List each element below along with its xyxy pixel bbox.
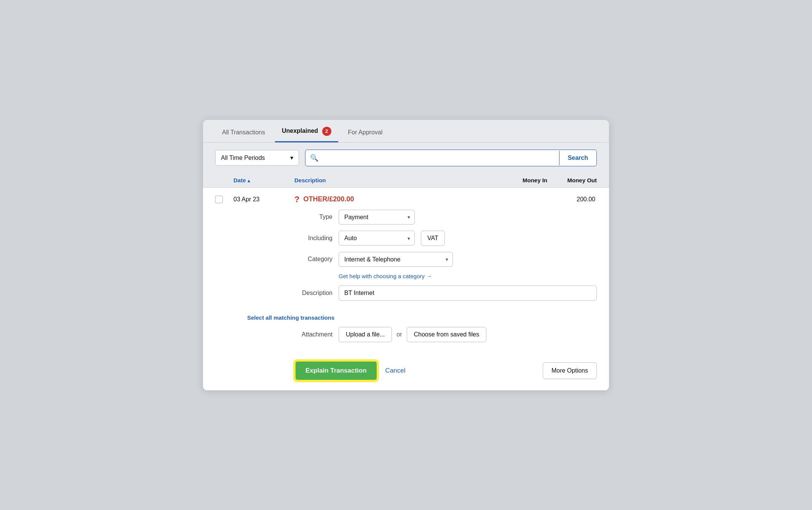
cancel-link[interactable]: Cancel (385, 367, 406, 375)
category-select[interactable]: Internet & Telephone (339, 252, 453, 267)
explain-transaction-button[interactable]: Explain Transaction (294, 360, 378, 381)
transaction-label: OTHER/£200.00 (303, 195, 354, 203)
tab-all-transactions[interactable]: All Transactions (215, 122, 272, 142)
transaction-top-row: 03 Apr 23 ? OTHER/£200.00 200.00 (203, 188, 609, 208)
auto-select-wrapper: Auto ▾ (339, 231, 415, 245)
chevron-down-icon: ▾ (290, 154, 293, 161)
col-date[interactable]: Date▲ (233, 177, 294, 183)
including-select[interactable]: Auto (339, 231, 415, 245)
attachment-row: Upload a file... or Choose from saved fi… (339, 327, 486, 342)
checkbox-cell (215, 196, 233, 203)
type-field-row: Type Payment ▾ (294, 210, 597, 225)
attachment-section: Attachment Upload a file... or Choose fr… (203, 327, 609, 356)
matching-transactions-link[interactable]: Select all matching transactions (247, 314, 609, 321)
search-icon: 🔍 (305, 150, 323, 166)
form-fields: Type Payment ▾ Including Auto ▾ VAT (203, 208, 609, 314)
search-input[interactable] (323, 151, 559, 165)
search-bar: 🔍 Search (305, 150, 597, 166)
desc-label: Description (294, 290, 332, 296)
type-select-wrapper: Payment ▾ (339, 210, 415, 225)
time-period-select[interactable]: All Time Periods ▾ (215, 150, 299, 166)
transaction-desc-cell: ? OTHER/£200.00 (294, 194, 498, 204)
search-button[interactable]: Search (559, 151, 596, 165)
tabs-bar: All Transactions Unexplained 2 For Appro… (203, 120, 609, 143)
col-money-in: Money In (498, 177, 547, 183)
attachment-label: Attachment (294, 331, 332, 338)
help-category-link[interactable]: Get help with choosing a category → (339, 273, 597, 279)
transaction-checkbox[interactable] (215, 196, 223, 203)
col-description: Description (294, 177, 498, 183)
description-field-row: Description (294, 285, 597, 301)
category-field-row: Category Internet & Telephone ▾ (294, 252, 597, 267)
description-input[interactable] (339, 285, 597, 301)
unexplained-badge: 2 (322, 127, 331, 136)
type-select[interactable]: Payment (339, 210, 415, 225)
action-left: Explain Transaction Cancel (294, 360, 406, 381)
money-out-value: 200.00 (547, 196, 597, 203)
category-select-wrapper: Internet & Telephone ▾ (339, 252, 453, 267)
upload-file-button[interactable]: Upload a file... (339, 327, 392, 342)
more-options-button[interactable]: More Options (543, 362, 597, 379)
table-header: Date▲ Description Money In Money Out (203, 173, 609, 188)
toolbar: All Time Periods ▾ 🔍 Search (203, 143, 609, 173)
action-row: Explain Transaction Cancel More Options (203, 356, 609, 390)
tab-for-approval[interactable]: For Approval (341, 122, 390, 142)
main-container: All Transactions Unexplained 2 For Appro… (203, 120, 609, 390)
transaction-row: 03 Apr 23 ? OTHER/£200.00 200.00 Type Pa… (203, 188, 609, 390)
choose-saved-files-button[interactable]: Choose from saved files (407, 327, 487, 342)
or-text: or (396, 331, 402, 338)
category-label: Category (294, 256, 332, 263)
tab-unexplained[interactable]: Unexplained 2 (275, 120, 338, 142)
attachment-field-row: Attachment Upload a file... or Choose fr… (294, 327, 597, 342)
type-label: Type (294, 214, 332, 220)
transaction-date: 03 Apr 23 (233, 196, 294, 203)
vat-badge: VAT (421, 231, 445, 246)
question-mark-icon: ? (294, 194, 299, 204)
col-money-out: Money Out (547, 177, 597, 183)
including-field-row: Including Auto ▾ VAT (294, 231, 597, 246)
sort-arrow-icon: ▲ (247, 178, 251, 183)
including-label: Including (294, 235, 332, 242)
